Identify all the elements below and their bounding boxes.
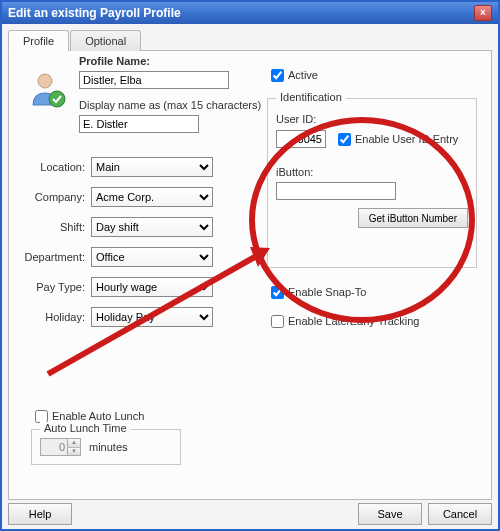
holiday-select[interactable]: Holiday Pay [91, 307, 213, 327]
shift-select[interactable]: Day shift [91, 217, 213, 237]
avatar [27, 69, 67, 109]
help-button[interactable]: Help [8, 503, 72, 525]
stepper-buttons: ▲ ▼ [68, 438, 81, 456]
ibutton-input[interactable] [276, 182, 396, 200]
titlebar: Edit an existing Payroll Profile × [2, 2, 498, 24]
department-label: Department: [21, 251, 91, 263]
paytype-label: Pay Type: [21, 281, 91, 293]
enable-user-id-entry-label: Enable User ID Entry [355, 133, 458, 145]
enable-snap-checkbox[interactable] [271, 286, 284, 299]
enable-snap-label: Enable Snap-To [288, 286, 366, 298]
client-area: Profile Optional Profile Name: Display n… [2, 24, 498, 529]
save-button[interactable]: Save [358, 503, 422, 525]
tab-optional[interactable]: Optional [70, 30, 141, 51]
company-select[interactable]: Acme Corp. [91, 187, 213, 207]
holiday-label: Holiday: [21, 311, 91, 323]
location-label: Location: [21, 161, 91, 173]
auto-lunch-unit: minutes [89, 441, 128, 453]
enable-user-id-entry-checkbox[interactable] [338, 133, 351, 146]
display-name-label: Display name as (max 15 characters) [79, 99, 261, 111]
active-label: Active [288, 69, 318, 81]
profile-avatar-icon [27, 69, 67, 109]
active-checkbox-row[interactable]: Active [267, 65, 477, 84]
tab-profile[interactable]: Profile [8, 30, 69, 51]
tab-panel-profile: Profile Name: Display name as (max 15 ch… [8, 50, 492, 500]
window-title: Edit an existing Payroll Profile [8, 6, 474, 20]
profile-name-input[interactable] [79, 71, 229, 89]
get-ibutton-button[interactable]: Get iButton Number [358, 208, 468, 228]
paytype-select[interactable]: Hourly wage [91, 277, 213, 297]
auto-lunch-frame: Auto Lunch Time ▲ ▼ minutes [31, 429, 181, 465]
auto-lunch-value [40, 438, 68, 456]
cancel-button[interactable]: Cancel [428, 503, 492, 525]
enable-auto-lunch-label: Enable Auto Lunch [52, 410, 144, 422]
footer: Help Save Cancel [8, 503, 492, 525]
enable-snap-row[interactable]: Enable Snap-To [267, 282, 477, 301]
enable-user-id-entry-row[interactable]: Enable User ID Entry [334, 129, 458, 148]
user-id-label: User ID: [276, 113, 468, 125]
auto-lunch-area: Enable Auto Lunch Auto Lunch Time ▲ ▼ mi… [31, 406, 231, 465]
svg-point-0 [38, 74, 52, 88]
profile-name-label: Profile Name: [79, 55, 150, 67]
stepper-down-icon[interactable]: ▼ [68, 448, 80, 456]
enable-late-row[interactable]: Enable Late/Early Tracking [267, 311, 477, 330]
display-name-input[interactable] [79, 115, 199, 133]
enable-late-checkbox[interactable] [271, 315, 284, 328]
stepper-up-icon[interactable]: ▲ [68, 439, 80, 448]
auto-lunch-legend: Auto Lunch Time [40, 422, 131, 434]
department-select[interactable]: Office [91, 247, 213, 267]
identification-legend: Identification [276, 91, 346, 103]
user-id-input[interactable] [276, 130, 326, 148]
active-checkbox[interactable] [271, 69, 284, 82]
tab-bar: Profile Optional [8, 30, 492, 51]
enable-late-label: Enable Late/Early Tracking [288, 315, 419, 327]
identification-group: Identification User ID: Enable User ID E… [267, 98, 477, 268]
svg-point-1 [49, 91, 65, 107]
location-select[interactable]: Main [91, 157, 213, 177]
company-label: Company: [21, 191, 91, 203]
ibutton-label: iButton: [276, 166, 468, 178]
shift-label: Shift: [21, 221, 91, 233]
auto-lunch-stepper[interactable]: ▲ ▼ [40, 438, 81, 456]
close-icon[interactable]: × [474, 5, 492, 21]
